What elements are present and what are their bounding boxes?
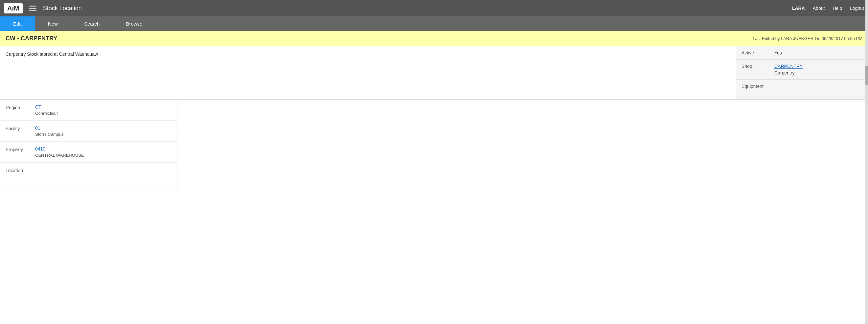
lower-section: Region CT Connecticut Facility 01 Storrs… [0,100,868,189]
record-title: CW - CARPENTRY [6,35,57,42]
active-value: Yes [774,50,862,56]
facility-subvalue: Storrs Campus [35,132,172,137]
content-layout: Carpentry Stock stored at Central Waehou… [0,46,868,100]
region-subvalue: Connecticut [35,111,172,116]
facility-label: Facility [6,125,35,131]
last-edited: Last Edited by LARA JUENGER On 06/28/201… [753,36,862,41]
region-value: CT Connecticut [35,104,172,116]
description-text: Carpentry Stock stored at Central Waehou… [6,51,98,57]
nav-right: LARA About Help Logout [792,6,864,11]
equipment-label: Equipment [742,84,774,89]
facility-value: 01 Storrs Campus [35,125,172,137]
facility-link[interactable]: 01 [35,125,40,131]
scrollbar[interactable] [865,0,868,189]
about-link[interactable]: About [813,6,825,11]
region-link[interactable]: CT [35,104,41,110]
shop-row: Shop CARPENTRY Carpentry [736,60,868,80]
location-label: Location [6,167,35,173]
current-user: LARA [792,6,805,11]
aim-logo[interactable]: AiM [4,3,23,13]
content-sidebar: Active Yes Shop CARPENTRY Carpentry Equi… [736,46,868,99]
search-button[interactable]: Search [71,16,113,31]
hamburger-button[interactable] [28,4,38,12]
property-row: Property 0410 CENTRAL WAREHOUSE [0,142,177,163]
region-label: Region [6,104,35,110]
region-row: Region CT Connecticut [0,100,177,121]
property-link[interactable]: 0410 [35,146,45,151]
property-subvalue: CENTRAL WAREHOUSE [35,153,172,158]
main-content: CW - CARPENTRY Last Edited by LARA JUENG… [0,31,868,189]
browse-button[interactable]: Browse [113,16,155,31]
equipment-row: Equipment [736,80,868,99]
content-description: Carpentry Stock stored at Central Waehou… [0,46,736,99]
form-panel: Region CT Connecticut Facility 01 Storrs… [0,100,178,189]
toolbar: Edit New Search Browse [0,16,868,31]
property-label: Property [6,146,35,152]
shop-value: CARPENTRY Carpentry [774,64,862,75]
shop-link[interactable]: CARPENTRY [774,64,803,69]
new-button[interactable]: New [35,16,71,31]
record-header: CW - CARPENTRY Last Edited by LARA JUENG… [0,31,868,46]
active-label: Active [742,50,774,56]
logout-link[interactable]: Logout [850,6,864,11]
active-row: Active Yes [736,46,868,60]
edit-button[interactable]: Edit [0,16,35,31]
property-value: 0410 CENTRAL WAREHOUSE [35,146,172,158]
scrollbar-thumb [865,66,868,85]
help-link[interactable]: Help [833,6,842,11]
location-row: Location [0,163,177,189]
shop-subvalue: Carpentry [774,70,862,75]
top-nav: AiM Stock Location LARA About Help Logou… [0,0,868,16]
facility-row: Facility 01 Storrs Campus [0,121,177,142]
page-title: Stock Location [43,5,787,12]
shop-label: Shop [742,64,774,69]
